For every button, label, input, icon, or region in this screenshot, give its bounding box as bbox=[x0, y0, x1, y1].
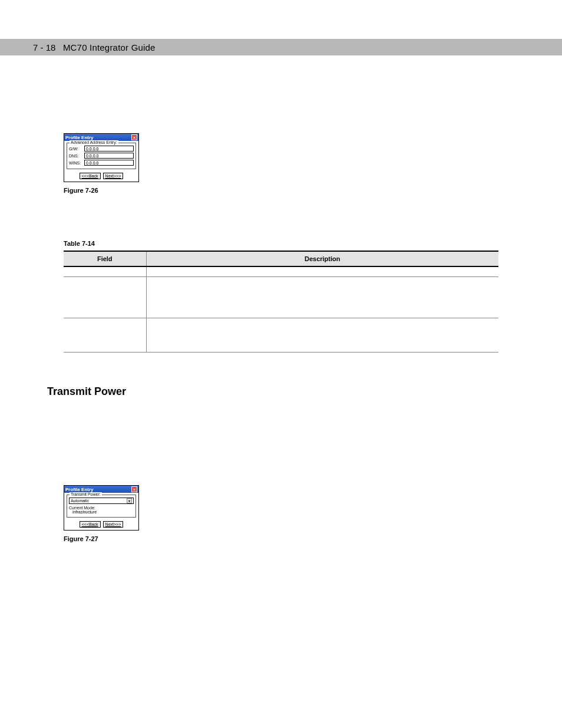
wins-label: WINS: bbox=[69, 161, 84, 165]
table-7-14-label: Table 7-14 bbox=[64, 240, 95, 247]
figure-7-26-label: Figure 7-26 bbox=[64, 187, 98, 194]
figure-7-27-label: Figure 7-27 bbox=[64, 535, 98, 542]
next-button: Next>>> bbox=[103, 173, 124, 179]
gw-label: G/W: bbox=[69, 147, 84, 151]
figure-7-27-caption: Figure 7-27 bbox=[64, 535, 498, 542]
table-header-row: Field Description bbox=[64, 251, 498, 266]
fieldset-legend: Transmit Power: bbox=[70, 492, 102, 496]
wins-row: WINS: 0.0.0.0 bbox=[69, 160, 134, 166]
dns-input: 0.0.0.0 bbox=[84, 153, 134, 159]
transmit-power-heading: Transmit Power bbox=[47, 386, 498, 398]
cell-description bbox=[146, 266, 498, 277]
profile-entry-dialog-2: Profile Entry × Transmit Power: Automati… bbox=[64, 485, 139, 531]
cell-field bbox=[64, 277, 146, 318]
current-mode-value: Infrastructure bbox=[69, 510, 134, 514]
close-icon: × bbox=[131, 486, 137, 492]
close-icon: × bbox=[131, 134, 137, 140]
transmit-power-dropdown: Automatic ▾ bbox=[69, 498, 134, 504]
table-row bbox=[64, 277, 498, 318]
gw-row: G/W: 0.0.0.0 bbox=[69, 146, 134, 151]
dialog-title: Profile Entry bbox=[65, 135, 94, 140]
table-7-14-caption: Table 7-14 bbox=[64, 240, 498, 247]
current-mode-label: Current Mode: bbox=[69, 506, 134, 510]
back-button: <<<Back bbox=[80, 521, 101, 528]
page-number: 7 - 18 bbox=[33, 42, 55, 52]
table-row bbox=[64, 266, 498, 277]
guide-title: MC70 Integrator Guide bbox=[63, 42, 156, 52]
wins-input: 0.0.0.0 bbox=[84, 160, 134, 166]
figure-7-26-caption: Figure 7-26 bbox=[64, 187, 498, 194]
header-text: 7 - 18 MC70 Integrator Guide bbox=[33, 42, 156, 52]
profile-entry-dialog-1: Profile Entry × Advanced Address Entry: … bbox=[64, 133, 139, 182]
cell-description bbox=[146, 277, 498, 318]
chevron-down-icon: ▾ bbox=[127, 498, 132, 503]
next-button: Next>>> bbox=[103, 521, 124, 528]
page-header: 7 - 18 MC70 Integrator Guide bbox=[0, 39, 562, 55]
col-field: Field bbox=[64, 251, 146, 266]
cell-field bbox=[64, 318, 146, 353]
back-button: <<<Back bbox=[80, 173, 101, 179]
fieldset-legend: Advanced Address Entry: bbox=[70, 140, 118, 144]
gw-input: 0.0.0.0 bbox=[84, 146, 134, 151]
dialog-title: Profile Entry bbox=[65, 487, 94, 492]
dropdown-value: Automatic bbox=[71, 498, 89, 504]
table-row bbox=[64, 318, 498, 353]
dns-label: DNS: bbox=[69, 154, 84, 158]
cell-field bbox=[64, 266, 146, 277]
fields-table: Field Description bbox=[64, 251, 498, 353]
col-description: Description bbox=[146, 251, 498, 266]
cell-description bbox=[146, 318, 498, 353]
dns-row: DNS: 0.0.0.0 bbox=[69, 153, 134, 159]
